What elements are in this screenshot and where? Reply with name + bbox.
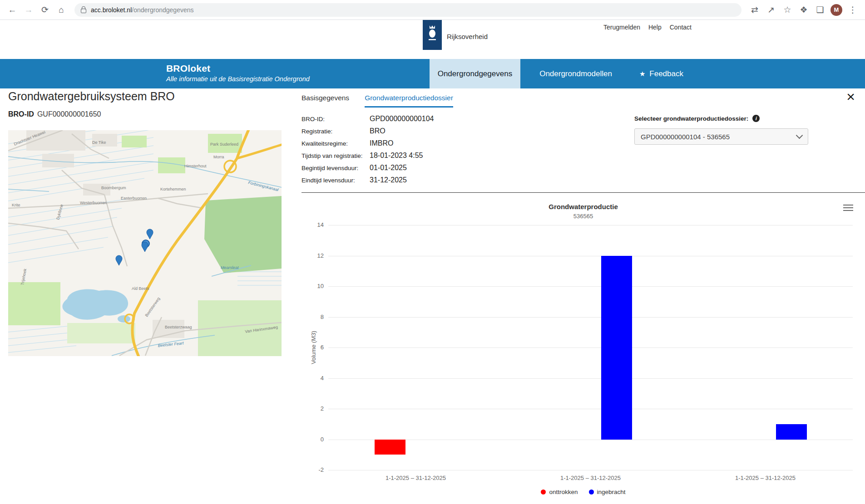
detail-row: Eindtijd levensduur:31-12-2025 <box>302 176 434 188</box>
chart-legend: onttrokkeningebracht <box>302 489 865 495</box>
detail-value: 31-12-2025 <box>370 176 407 184</box>
legend-ingebracht[interactable]: ingebracht <box>589 489 626 495</box>
detail-label: Tijdstip van registratie: <box>302 152 370 159</box>
url-text: acc.broloket.nl/ondergrondgegevens <box>91 6 194 14</box>
detail-row: BRO-ID:GPD000000000104 <box>302 115 434 127</box>
back-icon[interactable]: ← <box>5 2 20 18</box>
main-navbar: BROloket Alle informatie uit de Basisreg… <box>0 59 865 88</box>
bar-ingebracht[interactable] <box>601 256 632 440</box>
share-icon[interactable]: ↗ <box>763 2 779 18</box>
header-link-contact[interactable]: Contact <box>670 24 692 31</box>
y-tick-label: 12 <box>303 252 324 259</box>
nav-items: OndergrondgegevensOndergrondmodellen★Fee… <box>419 59 692 88</box>
gridline <box>328 378 853 379</box>
detail-row: Kwaliteitsregime:IMBRO <box>302 139 434 152</box>
legend-dot-icon <box>589 489 594 494</box>
bro-id-line: BRO-IDGUF000000001650 <box>8 110 101 118</box>
dossier-select-value: GPD000000000104 - 536565 <box>641 133 730 141</box>
selector-label: Selecteer grondwaterproductiedossier: <box>634 115 748 122</box>
header-links: TerugmeldenHelpContact <box>603 24 692 31</box>
detail-label: Begintijd levensduur: <box>302 165 370 171</box>
chart-subtitle: 536565 <box>302 213 865 220</box>
map-place-label: De Tike <box>92 140 106 145</box>
y-tick-label: 10 <box>303 283 324 289</box>
star-icon: ★ <box>639 70 645 78</box>
map-place-label: Boornbergum <box>101 186 126 190</box>
browser-toolbar: ← → ⟳ ⌂ acc.broloket.nl/ondergrondgegeve… <box>0 0 865 20</box>
info-icon[interactable]: i <box>752 115 760 122</box>
legend-onttrokken[interactable]: onttrokken <box>541 489 578 495</box>
brand[interactable]: BROloket Alle informatie uit de Basisreg… <box>166 63 310 83</box>
detail-row: Begintijd levensduur:01-01-2025 <box>302 164 434 176</box>
rijksoverheid-logo-icon <box>423 20 442 50</box>
y-tick-label: 14 <box>303 221 324 228</box>
gridline <box>328 409 853 409</box>
legend-label: ingebracht <box>597 489 626 495</box>
production-chart: Grondwaterproductie 536565 Volume (M3) o… <box>302 196 865 504</box>
extensions-icon[interactable]: ❖ <box>796 2 811 18</box>
nav-item-ondergrondmodellen[interactable]: Ondergrondmodellen <box>531 59 620 88</box>
bar-onttrokken[interactable] <box>375 440 405 455</box>
dossier-selector: Selecteer grondwaterproductiedossier: i … <box>634 115 825 145</box>
detail-panel: BasisgegevensGrondwaterproductiedossier … <box>302 88 865 504</box>
chart-title: Grondwaterproductie <box>302 203 865 210</box>
bar-ingebracht[interactable] <box>776 424 807 440</box>
map-place-label: Easterbuorren <box>121 196 147 201</box>
chart-menu-icon[interactable] <box>843 203 853 213</box>
menu-dots-icon[interactable]: ⋮ <box>845 2 860 18</box>
y-tick-label: 6 <box>303 344 324 351</box>
forward-icon[interactable]: → <box>21 2 36 18</box>
map-place-label: Kortehemmen <box>160 187 186 191</box>
nav-item-ondergrondgegevens[interactable]: Ondergrondgegevens <box>430 59 520 88</box>
x-category-label: 1-1-2025 – 31-12-2025 <box>523 475 659 481</box>
side-panel-icon[interactable]: ❏ <box>812 2 828 18</box>
map-place-label: Park Suderleed <box>210 142 238 147</box>
translate-icon[interactable]: ⇄ <box>747 2 762 18</box>
header-link-terugmelden[interactable]: Terugmelden <box>603 24 640 31</box>
y-tick-label: 0 <box>303 436 324 443</box>
refresh-icon[interactable]: ⟳ <box>37 2 53 18</box>
map-place-label: Krite <box>12 203 20 207</box>
address-bar[interactable]: acc.broloket.nl/ondergrondgegevens <box>74 3 741 17</box>
legend-label: onttrokken <box>549 489 578 495</box>
tab-basisgegevens[interactable]: Basisgegevens <box>302 94 349 108</box>
map-place-label: Westerbuorren <box>80 201 107 205</box>
bookmark-star-icon[interactable]: ☆ <box>780 2 795 18</box>
nav-item-feedback[interactable]: ★Feedback <box>631 59 692 88</box>
home-icon[interactable]: ⌂ <box>54 2 69 18</box>
detail-value: 01-01-2025 <box>370 164 407 172</box>
bro-id-value: GUF000000001650 <box>37 110 101 118</box>
panel-divider <box>302 192 865 193</box>
tab-grondwaterproductiedossier[interactable]: Grondwaterproductiedossier <box>365 94 453 108</box>
header-link-help[interactable]: Help <box>648 24 662 31</box>
logo-emblem <box>423 20 442 50</box>
url-path: /ondergrondgegevens <box>132 6 193 14</box>
logo-wordmark: Rijksoverheid <box>447 33 488 40</box>
brand-tagline: Alle informatie uit de Basisregistratie … <box>166 75 310 83</box>
nav-item-label: Ondergrondmodellen <box>539 69 612 78</box>
site-header: Rijksoverheid TerugmeldenHelpContact <box>0 20 865 59</box>
gridline <box>328 317 853 318</box>
map-water-label: Mearsleat <box>221 265 239 270</box>
legend-dot-icon <box>541 489 546 494</box>
dossier-select[interactable]: GPD000000000104 - 536565 <box>634 128 808 145</box>
detail-label: Registratie: <box>302 128 370 135</box>
map[interactable]: Drachtster HeaweiDe TikePark SuderleedMo… <box>8 130 282 356</box>
detail-label: Kwaliteitsregime: <box>302 140 370 147</box>
map-image[interactable]: Drachtster HeaweiDe TikePark SuderleedMo… <box>8 130 282 356</box>
detail-value: IMBRO <box>370 139 393 147</box>
close-icon[interactable]: × <box>846 89 855 104</box>
bro-id-label: BRO-ID <box>8 110 34 118</box>
details-list: BRO-ID:GPD000000000104Registratie:BROKwa… <box>302 115 434 188</box>
profile-avatar[interactable]: M <box>830 4 842 16</box>
x-category-label: 1-1-2025 – 31-12-2025 <box>348 475 484 481</box>
nav-item-label: Ondergrondgegevens <box>438 69 512 78</box>
gridline <box>328 256 853 256</box>
detail-label: Eindtijd levensduur: <box>302 177 370 184</box>
gridline <box>328 470 853 470</box>
y-tick-label: -2 <box>303 466 324 473</box>
detail-label: BRO-ID: <box>302 116 370 122</box>
detail-value: GPD000000000104 <box>370 115 434 123</box>
gridline <box>328 440 853 440</box>
lock-icon <box>81 9 86 13</box>
